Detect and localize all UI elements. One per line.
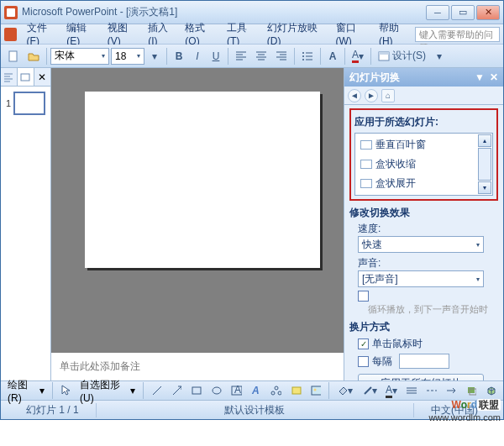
slide[interactable] [85, 92, 320, 268]
toolbar-overflow[interactable]: ▾ [431, 47, 448, 66]
line-color-tool[interactable]: ▾ [359, 381, 381, 400]
arrow-tool[interactable] [168, 381, 186, 400]
thumbnail-image [13, 92, 45, 115]
interval-stepper[interactable] [399, 354, 449, 369]
loop-label: 循环播放，到下一声音开始时 [368, 304, 498, 315]
help-search-input[interactable]: 键入需要帮助的问题 [415, 27, 500, 42]
close-panel-button[interactable]: ✕ [34, 68, 51, 86]
font-color-button[interactable]: A▾ [349, 47, 367, 66]
menu-bar: 文件(F) 编辑(E) 视图(V) 插入(I) 格式(O) 工具(T) 幻灯片放… [1, 24, 503, 45]
restore-button[interactable]: ▭ [451, 5, 475, 20]
italic-button[interactable]: I [189, 47, 206, 66]
3d-tool[interactable] [482, 381, 500, 400]
transition-list-highlight: 应用于所选幻灯片: 垂直百叶窗 盒状收缩 盒状展开 ▴ ▾ [349, 108, 498, 201]
svg-point-14 [278, 391, 281, 395]
nav-back-button[interactable]: ◄ [348, 89, 361, 102]
arrow-style-tool[interactable] [443, 381, 460, 400]
outline-panel: ✕ 1 [1, 68, 51, 380]
autoshapes-menu[interactable]: 自选图形(U)▾ [76, 378, 139, 404]
sound-label: 声音: [358, 256, 498, 270]
content-area: ✕ 1 单击此处添加备注 幻灯片切换 ▼ ✕ ◄ [1, 68, 503, 380]
dash-style-tool[interactable] [423, 381, 440, 400]
new-button[interactable] [4, 47, 23, 66]
app-window: Microsoft PowerPoint - [演示文稿1] ─ ▭ ✕ 文件(… [0, 0, 504, 420]
svg-text:A: A [251, 386, 260, 396]
slide-canvas-area[interactable] [51, 68, 344, 350]
align-left-button[interactable] [232, 47, 250, 66]
font-color-tool[interactable]: A▾ [383, 381, 401, 400]
svg-rect-5 [379, 52, 389, 55]
open-button[interactable] [24, 47, 43, 66]
align-right-button[interactable] [272, 47, 291, 66]
svg-rect-16 [312, 386, 322, 395]
after-label: 每隔 [372, 354, 392, 369]
bullets-button[interactable] [298, 47, 317, 66]
dropdown-icon[interactable]: ▾ [146, 47, 163, 66]
task-pane-nav: ◄ ► ⌂ [344, 87, 503, 105]
task-pane: 幻灯片切换 ▼ ✕ ◄ ► ⌂ 应用于所选幻灯片: 垂直百叶窗 盒状收缩 盒状展… [344, 68, 503, 380]
transition-icon [360, 179, 372, 188]
transition-listbox[interactable]: 垂直百叶窗 盒状收缩 盒状展开 ▴ ▾ [354, 133, 493, 196]
modify-effect-label: 修改切换效果 [349, 206, 498, 220]
apply-all-button[interactable]: 应用于所有幻灯片 [358, 374, 484, 380]
status-bar: 幻灯片 1 / 1 默认设计模板 中文(中国) [1, 401, 503, 419]
underline-button[interactable]: U [207, 47, 224, 66]
notes-input[interactable]: 单击此处添加备注 [51, 350, 344, 380]
textbox-tool[interactable]: A [228, 381, 245, 400]
task-pane-title: 幻灯片切换 [349, 71, 400, 85]
close-button[interactable]: ✕ [476, 5, 500, 20]
slides-tab[interactable] [18, 68, 34, 86]
task-pane-close-icon[interactable]: ✕ [490, 71, 498, 83]
status-language: 中文(中国) [414, 403, 495, 417]
svg-point-8 [213, 387, 221, 394]
on-click-checkbox[interactable]: ✓ [358, 338, 369, 349]
transition-item-3[interactable]: 盒状展开 [357, 174, 491, 193]
slide-editor: 单击此处添加备注 [51, 68, 344, 380]
design-button[interactable]: 设计(S) [375, 47, 429, 66]
picture-tool[interactable] [307, 381, 325, 400]
outline-tab[interactable] [1, 68, 18, 86]
align-center-button[interactable] [252, 47, 270, 66]
svg-point-12 [275, 386, 278, 390]
svg-rect-7 [192, 387, 201, 394]
task-pane-header: 幻灯片切换 ▼ ✕ [344, 68, 503, 87]
sound-select[interactable]: [无声音]▾ [358, 270, 484, 287]
task-pane-menu-icon[interactable]: ▼ [475, 71, 485, 83]
scroll-down-icon[interactable]: ▾ [478, 181, 491, 194]
oval-tool[interactable] [207, 381, 225, 400]
rectangle-tool[interactable] [187, 381, 205, 400]
after-checkbox[interactable] [358, 356, 369, 367]
diagram-tool[interactable] [267, 381, 285, 400]
font-name-select[interactable]: 宋体▾ [50, 48, 109, 65]
font-grow-button[interactable]: A [324, 47, 341, 66]
draw-menu[interactable]: 绘图(R)▾ [4, 378, 48, 404]
loop-checkbox[interactable] [358, 291, 369, 302]
wordart-tool[interactable]: A [248, 381, 265, 400]
nav-forward-button[interactable]: ► [365, 89, 378, 102]
svg-point-3 [302, 59, 304, 60]
svg-point-13 [271, 391, 275, 395]
line-style-tool[interactable] [402, 381, 420, 400]
system-icon[interactable] [4, 28, 17, 41]
speed-label: 速度: [358, 222, 498, 236]
scroll-up-icon[interactable]: ▴ [478, 134, 491, 147]
speed-select[interactable]: 快速▾ [358, 236, 484, 253]
select-tool[interactable] [57, 381, 74, 400]
minimize-button[interactable]: ─ [426, 5, 449, 20]
svg-rect-6 [21, 74, 29, 81]
svg-rect-15 [292, 387, 301, 394]
shadow-tool[interactable] [463, 381, 480, 400]
font-size-select[interactable]: 18▾ [111, 48, 144, 65]
line-tool[interactable] [148, 381, 165, 400]
app-icon [4, 6, 18, 19]
fill-color-tool[interactable]: ▾ [333, 381, 355, 400]
transition-item-1[interactable]: 垂直百叶窗 [357, 135, 491, 155]
clipart-tool[interactable] [287, 381, 305, 400]
transition-icon [360, 140, 372, 150]
nav-home-button[interactable]: ⌂ [381, 89, 395, 102]
listbox-scrollbar[interactable]: ▴ ▾ [478, 134, 491, 194]
svg-point-1 [302, 52, 304, 54]
transition-item-2[interactable]: 盒状收缩 [357, 155, 491, 174]
bold-button[interactable]: B [171, 47, 187, 66]
slide-thumbnail-1[interactable]: 1 [6, 92, 45, 115]
